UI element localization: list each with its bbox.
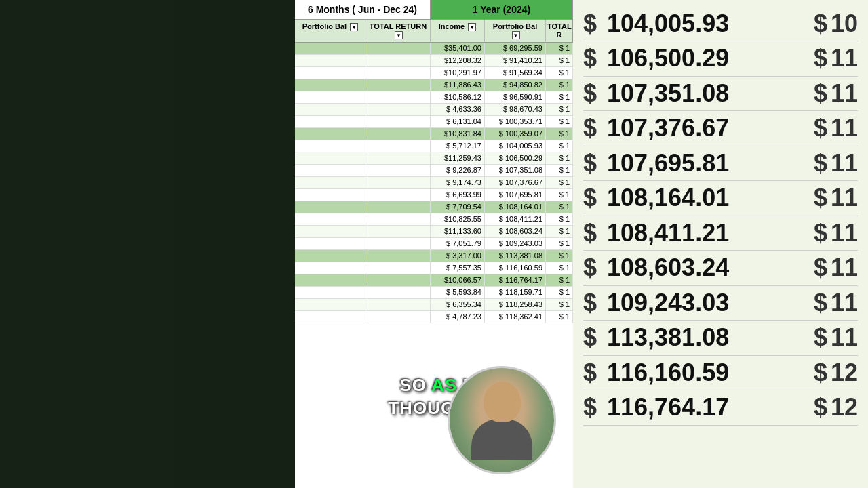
col-header-income: Income ▼ xyxy=(431,20,485,42)
cell-income: $ 9,226.87 xyxy=(431,165,485,176)
amount-value: 113,381.08 xyxy=(607,323,800,352)
amount-value2: 11 xyxy=(831,149,858,178)
dollar-sign2: $ xyxy=(814,184,827,212)
table-row: $35,401.00 $ 69,295.59 $ 1 xyxy=(295,43,573,55)
dollar-sign: $ xyxy=(583,393,604,422)
table-row: $10,291.97 $ 91,569.34 $ 1 xyxy=(295,67,573,79)
amount-value2: 10 xyxy=(831,9,858,38)
dollar-sign: $ xyxy=(583,219,604,247)
cell-portbal2: $ 116,160.59 xyxy=(485,262,546,274)
cell-totalret2: $ 1 xyxy=(546,128,573,140)
amount-value2: 11 xyxy=(831,289,858,317)
amount-value2: 12 xyxy=(831,393,858,422)
cell-totalret2: $ 1 xyxy=(546,79,573,91)
dollar-sign: $ xyxy=(583,253,604,282)
dollar-sign2: $ xyxy=(814,114,827,142)
cell-portbal xyxy=(295,177,366,188)
cell-portbal2: $ 104,005.93 xyxy=(485,140,546,152)
cell-portbal xyxy=(295,214,366,225)
cell-portbal2: $ 94,850.82 xyxy=(485,79,546,91)
cell-portbal xyxy=(295,189,366,201)
amount-value: 109,243.03 xyxy=(607,289,800,317)
cell-totalret2: $ 1 xyxy=(546,92,573,103)
right-row: $ 104,005.93 $ 10 xyxy=(583,7,858,41)
dollar-sign: $ xyxy=(583,114,604,142)
dollar-sign2: $ xyxy=(814,323,827,352)
amount-value2: 11 xyxy=(831,44,858,73)
cell-portbal xyxy=(295,140,366,152)
cell-totalret2: $ 1 xyxy=(546,43,573,54)
right-row: $ 108,603.24 $ 11 xyxy=(583,251,858,285)
table-row: $ 4,787.23 $ 118,362.41 $ 1 xyxy=(295,311,573,323)
cell-portbal2: $ 96,590.91 xyxy=(485,92,546,103)
dollar-sign2: $ xyxy=(814,253,827,282)
table-row: $ 3,317.00 $ 113,381.08 $ 1 xyxy=(295,250,573,262)
table-row: $ 6,355.34 $ 118,258.43 $ 1 xyxy=(295,299,573,311)
col-header-portfolio-bal: Portfolio Bal ▼ xyxy=(295,20,366,42)
cell-portbal xyxy=(295,128,366,140)
cell-portbal xyxy=(295,104,366,115)
cell-totalret xyxy=(366,299,431,310)
cell-totalret xyxy=(366,140,431,152)
cell-income: $11,259.43 xyxy=(431,152,485,164)
amount-value2: 11 xyxy=(831,114,858,142)
cell-totalret xyxy=(366,128,431,140)
cell-totalret xyxy=(366,165,431,176)
cell-income: $ 9,174.73 xyxy=(431,177,485,188)
filter-icon[interactable]: ▼ xyxy=(512,31,520,39)
cell-totalret2: $ 1 xyxy=(546,287,573,298)
amount-value2: 11 xyxy=(831,219,858,247)
filter-icon[interactable]: ▼ xyxy=(395,31,403,39)
cell-totalret xyxy=(366,55,431,66)
table-row: $11,133.60 $ 108,603.24 $ 1 xyxy=(295,226,573,238)
cell-portbal xyxy=(295,287,366,298)
cell-income: $ 5,593.84 xyxy=(431,287,485,298)
cell-totalret2: $ 1 xyxy=(546,152,573,164)
right-row: $ 107,376.67 $ 11 xyxy=(583,111,858,146)
cell-income: $ 6,355.34 xyxy=(431,299,485,310)
cell-income: $12,208.32 xyxy=(431,55,485,66)
amount-value: 108,164.01 xyxy=(607,184,800,212)
filter-icon[interactable]: ▼ xyxy=(468,23,476,31)
cell-portbal2: $ 100,353.71 xyxy=(485,116,546,127)
cell-portbal xyxy=(295,165,366,176)
cell-totalret xyxy=(366,104,431,115)
cell-income: $35,401.00 xyxy=(431,43,485,54)
period-header: 6 Months ( Jun - Dec 24) xyxy=(295,0,431,19)
cell-portbal xyxy=(295,43,366,54)
cell-portbal xyxy=(295,67,366,79)
table-row: $ 6,131.04 $ 100,353.71 $ 1 xyxy=(295,116,573,128)
cell-income: $10,825.55 xyxy=(431,214,485,225)
dollar-sign: $ xyxy=(583,149,604,178)
filter-icon[interactable]: ▼ xyxy=(350,23,358,31)
amount-value: 107,695.81 xyxy=(607,149,800,178)
cell-totalret xyxy=(366,116,431,127)
cell-portbal2: $ 107,351.08 xyxy=(485,165,546,176)
cell-portbal xyxy=(295,92,366,103)
cell-portbal2: $ 118,159.71 xyxy=(485,287,546,298)
cell-totalret2: $ 1 xyxy=(546,189,573,201)
right-row: $ 107,351.08 $ 11 xyxy=(583,77,858,111)
cell-portbal2: $ 108,164.01 xyxy=(485,201,546,213)
table-row: $ 7,557.35 $ 116,160.59 $ 1 xyxy=(295,262,573,274)
cell-portbal2: $ 109,243.03 xyxy=(485,238,546,249)
table-row: $ 5,593.84 $ 118,159.71 $ 1 xyxy=(295,287,573,299)
cell-totalret2: $ 1 xyxy=(546,140,573,152)
left-overlay xyxy=(0,0,295,488)
cell-totalret xyxy=(366,274,431,286)
cell-portbal xyxy=(295,262,366,274)
cell-portbal xyxy=(295,79,366,91)
table-row: $ 9,226.87 $ 107,351.08 $ 1 xyxy=(295,165,573,177)
table-row: $11,886.43 $ 94,850.82 $ 1 xyxy=(295,79,573,92)
cell-portbal2: $ 98,670.43 xyxy=(485,104,546,115)
right-row: $ 107,695.81 $ 11 xyxy=(583,146,858,181)
header-row-2: Portfolio Bal ▼ TOTAL RETURN ▼ Income ▼ … xyxy=(295,20,573,43)
amount-value: 108,411.21 xyxy=(607,219,800,247)
cell-portbal xyxy=(295,116,366,127)
right-row: $ 106,500.29 $ 11 xyxy=(583,41,858,76)
person-body xyxy=(471,419,532,460)
cell-portbal xyxy=(295,250,366,262)
cell-totalret xyxy=(366,79,431,91)
cell-income: $ 6,693.99 xyxy=(431,189,485,201)
col-header-total-return-2: TOTAL R xyxy=(546,20,573,42)
